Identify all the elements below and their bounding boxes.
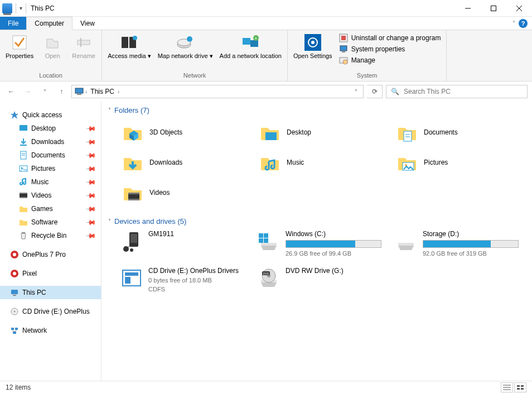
device-icon bbox=[10, 269, 19, 278]
search-input[interactable] bbox=[404, 88, 523, 95]
details-view-button[interactable] bbox=[501, 382, 513, 392]
up-button[interactable]: ↑ bbox=[55, 85, 68, 98]
folder-desktop[interactable]: Desktop bbox=[258, 119, 388, 146]
svg-rect-48 bbox=[11, 328, 14, 330]
add-network-location-button[interactable]: + Add a network location bbox=[216, 31, 285, 71]
drive-g[interactable]: DVD DVD RW Drive (G:) bbox=[258, 267, 388, 293]
ribbon-group-system: Open Settings Uninstall or change a prog… bbox=[288, 30, 447, 81]
sidebar-item-network[interactable]: Network bbox=[0, 324, 101, 337]
network-icon bbox=[10, 326, 19, 335]
close-button[interactable] bbox=[506, 0, 532, 17]
svg-rect-5 bbox=[78, 40, 90, 45]
svg-point-65 bbox=[130, 248, 133, 252]
sidebar-item-recycle-bin[interactable]: Recycle Bin📌 bbox=[0, 229, 101, 242]
address-history-dropdown[interactable]: ˅ bbox=[351, 89, 361, 95]
chevron-right-icon[interactable]: › bbox=[117, 89, 120, 95]
svg-rect-38 bbox=[20, 197, 27, 198]
svg-point-25 bbox=[343, 60, 347, 64]
sidebar-item-oneplus[interactable]: OnePlus 7 Pro bbox=[0, 248, 101, 261]
ribbon-collapse-icon[interactable]: ˄ bbox=[512, 20, 515, 26]
qat-dropdown-icon[interactable]: ▾ bbox=[20, 5, 22, 11]
tab-computer[interactable]: Computer bbox=[26, 17, 72, 30]
sidebar-item-cd-drive[interactable]: CD Drive (E:) OnePlus bbox=[0, 305, 101, 318]
pin-icon: 📌 bbox=[85, 176, 97, 188]
svg-rect-63 bbox=[130, 234, 137, 243]
svg-rect-67 bbox=[264, 233, 268, 238]
sidebar-item-pixel[interactable]: Pixel bbox=[0, 267, 101, 280]
svg-rect-1 bbox=[491, 6, 496, 11]
chevron-down-icon: ˅ bbox=[108, 107, 111, 113]
folder-icon bbox=[19, 204, 28, 213]
svg-line-52 bbox=[14, 330, 17, 332]
svg-text:DVD: DVD bbox=[263, 272, 269, 275]
svg-rect-50 bbox=[13, 332, 16, 334]
svg-rect-29 bbox=[20, 125, 27, 131]
chevron-right-icon[interactable]: › bbox=[84, 89, 88, 95]
breadcrumb-root[interactable]: This PC bbox=[88, 88, 117, 95]
map-network-drive-button[interactable]: Map network drive ▾ bbox=[154, 31, 216, 71]
svg-point-12 bbox=[187, 36, 192, 42]
folder-icon bbox=[19, 218, 28, 227]
videos-icon bbox=[19, 191, 28, 200]
pin-icon: 📌 bbox=[85, 136, 97, 148]
sidebar-item-videos[interactable]: Videos📌 bbox=[0, 189, 101, 202]
uninstall-program-button[interactable]: Uninstall or change a program bbox=[339, 33, 441, 42]
desktop-icon bbox=[19, 124, 28, 133]
minimize-button[interactable] bbox=[455, 0, 481, 17]
search-box[interactable]: 🔍 bbox=[386, 85, 528, 98]
svg-rect-53 bbox=[265, 132, 277, 140]
manage-button[interactable]: Manage bbox=[339, 56, 441, 65]
maximize-button[interactable] bbox=[481, 0, 506, 17]
sidebar-item-games[interactable]: Games📌 bbox=[0, 202, 101, 215]
sidebar-item-this-pc[interactable]: This PC bbox=[0, 286, 101, 299]
open-settings-button[interactable]: Open Settings bbox=[290, 31, 336, 71]
tab-file[interactable]: File bbox=[0, 17, 26, 30]
folders-header[interactable]: ˅Folders (7) bbox=[108, 106, 525, 114]
folder-pictures[interactable]: Pictures bbox=[395, 149, 525, 176]
sidebar-item-software[interactable]: Software📌 bbox=[0, 215, 101, 229]
access-media-button[interactable]: Access media ▾ bbox=[104, 31, 154, 71]
drive-c[interactable]: Windows (C:) 26.9 GB free of 99.4 GB bbox=[258, 230, 388, 257]
drives-header[interactable]: ˅Devices and drives (5) bbox=[108, 217, 525, 226]
ribbon-tabs: File Computer View ˄ ? bbox=[0, 17, 532, 30]
status-bar: 12 items bbox=[0, 381, 532, 393]
recycle-bin-icon bbox=[19, 231, 28, 240]
system-properties-button[interactable]: System properties bbox=[339, 45, 441, 54]
drive-gm1911[interactable]: GM1911 bbox=[120, 230, 251, 257]
pin-icon: 📌 bbox=[85, 150, 97, 161]
sidebar-item-quick-access[interactable]: Quick access bbox=[0, 108, 101, 122]
folder-music[interactable]: Music bbox=[258, 149, 388, 176]
star-icon bbox=[10, 111, 19, 119]
rename-button[interactable]: Rename bbox=[68, 31, 99, 71]
sidebar-item-desktop[interactable]: Desktop📌 bbox=[0, 122, 101, 135]
drive-e[interactable]: CD Drive (E:) OnePlus Drivers 0 bytes fr… bbox=[120, 267, 251, 293]
tab-view[interactable]: View bbox=[72, 17, 103, 30]
folder-documents[interactable]: Documents bbox=[395, 119, 525, 146]
svg-rect-21 bbox=[341, 36, 346, 40]
drive-d[interactable]: Storage (D:) 92.0 GB free of 319 GB bbox=[395, 230, 525, 257]
sidebar-item-documents[interactable]: Documents📌 bbox=[0, 148, 101, 162]
svg-rect-44 bbox=[11, 290, 18, 294]
back-button[interactable]: ← bbox=[4, 85, 18, 98]
search-icon: 🔍 bbox=[391, 88, 399, 95]
recent-locations-button[interactable]: ˅ bbox=[38, 85, 51, 98]
refresh-button[interactable]: ⟳ bbox=[367, 85, 383, 98]
folder-downloads[interactable]: Downloads bbox=[120, 149, 251, 176]
folder-3d-objects[interactable]: 3D Objects bbox=[120, 119, 251, 146]
help-icon[interactable]: ? bbox=[519, 19, 528, 28]
address-bar[interactable]: › This PC › ˅ bbox=[71, 85, 364, 98]
large-icons-view-button[interactable] bbox=[514, 382, 526, 392]
svg-rect-80 bbox=[517, 385, 520, 387]
sidebar-item-pictures[interactable]: Pictures📌 bbox=[0, 162, 101, 175]
folder-videos[interactable]: Videos bbox=[120, 179, 251, 206]
chevron-down-icon: ˅ bbox=[108, 218, 111, 224]
svg-point-19 bbox=[311, 41, 315, 44]
properties-button[interactable]: Properties bbox=[2, 31, 37, 71]
capacity-bar bbox=[423, 240, 519, 248]
svg-rect-23 bbox=[342, 51, 345, 52]
pin-icon: 📌 bbox=[85, 203, 97, 215]
sidebar-item-downloads[interactable]: Downloads📌 bbox=[0, 135, 101, 148]
forward-button[interactable]: → bbox=[21, 85, 35, 98]
open-button[interactable]: Open bbox=[37, 31, 68, 71]
sidebar-item-music[interactable]: Music📌 bbox=[0, 175, 101, 189]
